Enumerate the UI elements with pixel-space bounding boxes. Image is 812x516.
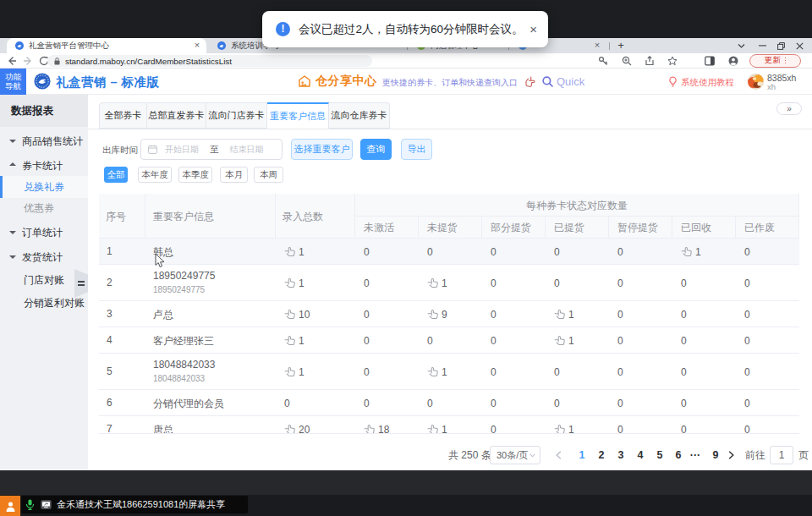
cell-total[interactable]: 10	[276, 301, 355, 327]
cell-total[interactable]: 1	[276, 354, 355, 389]
tab-close-icon[interactable]: ×	[192, 38, 202, 52]
tab-close-icon[interactable]: ×	[592, 38, 602, 52]
page-number-4[interactable]: 4	[632, 446, 649, 464]
sidebar-item-5[interactable]: 订单统计	[0, 222, 88, 244]
window-minimize-button[interactable]	[754, 38, 771, 53]
next-page-button[interactable]	[724, 446, 738, 464]
cell-seq: 3	[99, 301, 145, 327]
cell-status-4[interactable]: 1	[546, 301, 609, 327]
quick-label[interactable]: Quick	[557, 75, 584, 88]
tab-search-icon[interactable]	[732, 38, 749, 53]
table-row-3[interactable]: 3卢总100901000	[99, 301, 799, 327]
page-number-6[interactable]: 6	[670, 446, 687, 464]
tree-arrow-down-icon[interactable]	[9, 140, 16, 143]
cell-status-1[interactable]: 18	[355, 416, 419, 434]
tutorial-link[interactable]: 系统使用教程	[681, 77, 734, 89]
date-range-picker[interactable]: 开始日期 至 结束日期	[140, 139, 283, 160]
page-number-2[interactable]: 2	[593, 446, 610, 464]
browser-tab-1[interactable]: 礼盒营销平台管理中心×	[7, 38, 206, 53]
search-button[interactable]: 查询	[360, 139, 392, 160]
sidebar-item-2[interactable]: 券卡统计	[0, 155, 88, 177]
back-icon[interactable]	[7, 56, 17, 66]
browser-update-chip[interactable]: 更新	[749, 54, 801, 68]
page-size-select[interactable]: 30条/页	[490, 446, 540, 464]
cell-status-7: 0	[736, 239, 799, 264]
toast-close-icon[interactable]: ×	[529, 23, 537, 36]
quick-range-button-2[interactable]: 本年度	[138, 167, 172, 183]
cell-status-2[interactable]: 1	[419, 416, 482, 434]
cell-status-2[interactable]: 9	[419, 301, 482, 327]
content-tab-2[interactable]: 总部直发券卡	[147, 102, 206, 129]
cell-status-4[interactable]: 1	[546, 416, 609, 434]
cell-total[interactable]: 1	[276, 327, 355, 353]
start-date-placeholder[interactable]: 开始日期	[165, 144, 199, 156]
cell-status-4[interactable]: 1	[546, 327, 609, 353]
cell-status-2[interactable]: 1	[419, 354, 482, 389]
user-name[interactable]: 8385xh	[767, 73, 796, 83]
select-customer-button[interactable]: 选择重要客户	[291, 139, 353, 160]
share-icon[interactable]	[645, 56, 655, 66]
cell-status-7: 0	[736, 301, 799, 327]
cell-total[interactable]: 1	[276, 265, 355, 300]
collapse-pill-button[interactable]: »	[776, 102, 802, 115]
table-row-5[interactable]: 5180488420331804884203310100000	[99, 354, 799, 390]
sidebar-item-4[interactable]: 优惠券	[0, 197, 88, 219]
page-number-5[interactable]: 5	[651, 446, 668, 464]
tree-arrow-down-icon[interactable]	[9, 231, 16, 234]
sidebar-item-6[interactable]: 发货统计	[0, 246, 88, 268]
quick-range-button-3[interactable]: 本季度	[178, 167, 212, 183]
cell-status-2: 0	[419, 239, 482, 264]
cell-status-7: 0	[736, 354, 799, 389]
content-tab-5[interactable]: 流向仓库券卡	[329, 102, 390, 129]
export-button[interactable]: 导出	[401, 139, 432, 160]
tree-arrow-up-icon[interactable]	[9, 162, 16, 166]
table-row-6[interactable]: 6分销代理的会员00000000	[99, 390, 799, 416]
sidebar-item-3[interactable]: 兑换礼券	[0, 176, 88, 198]
share-center-link[interactable]: 仓分享中心	[298, 74, 377, 89]
cell-status-2[interactable]: 1	[419, 265, 482, 300]
user-avatar[interactable]	[748, 74, 764, 90]
window-close-button[interactable]	[791, 38, 808, 53]
prev-page-button[interactable]	[551, 446, 565, 464]
quick-entry-text[interactable]: 更快捷的券卡、订单和快递查询入口	[382, 77, 518, 89]
bookmark-star-icon[interactable]	[667, 56, 678, 66]
zoom-icon[interactable]	[622, 56, 632, 66]
end-date-placeholder[interactable]: 结束日期	[230, 144, 264, 156]
new-tab-button[interactable]: +	[614, 38, 628, 53]
quick-search-icon[interactable]	[542, 76, 553, 87]
cell-status-6[interactable]: 1	[672, 239, 736, 264]
cell-status-3: 0	[482, 301, 546, 327]
address-bar[interactable]: standard.maboy.cn/CardMemberStatisticsLi…	[47, 55, 372, 67]
cell-total[interactable]: 20	[276, 416, 355, 434]
nav-toggle-button[interactable]: 功能 导航	[0, 69, 26, 95]
content-tab-4[interactable]: 重要客户信息	[267, 102, 329, 129]
quick-range-button-4[interactable]: 本月	[220, 167, 248, 183]
cell-total[interactable]: 1	[276, 239, 355, 264]
content-tab-3[interactable]: 流向门店券卡	[206, 102, 267, 129]
pager-ellipsis[interactable]: ···	[687, 446, 704, 464]
side-panel-icon[interactable]	[705, 56, 715, 66]
browser-menu-icon[interactable]	[785, 58, 787, 64]
page-number-1[interactable]: 1	[573, 446, 590, 464]
goto-page-input[interactable]: 1	[770, 446, 793, 464]
sidebar-item-1[interactable]: 商品销售统计	[0, 130, 88, 152]
tree-arrow-down-icon[interactable]	[9, 255, 16, 259]
update-label: 更新	[765, 55, 781, 66]
password-key-icon[interactable]	[598, 56, 608, 66]
quick-range-button-1[interactable]: 全部	[104, 167, 128, 183]
table-row-7[interactable]: 7唐总2018101000	[99, 416, 799, 434]
window-restore-button[interactable]	[772, 38, 789, 53]
page-number-3[interactable]: 3	[612, 446, 629, 464]
forward-icon[interactable]	[23, 56, 33, 66]
profile-icon[interactable]	[728, 56, 738, 66]
table-row-2[interactable]: 2189502497751895024977510100000	[99, 265, 799, 301]
page-number-9[interactable]: 9	[707, 446, 724, 464]
table-row-4[interactable]: 4客户经理张三10001000	[99, 327, 799, 354]
meeting-app-icon[interactable]	[0, 496, 20, 516]
quick-range-button-5[interactable]: 本周	[254, 167, 283, 183]
table-row-1[interactable]: 1韩总10000010	[99, 239, 799, 265]
content-tab-1[interactable]: 全部券卡	[99, 102, 147, 129]
screen-share-banner[interactable]: 金禾通技术王斌18662591081的屏幕共享	[21, 496, 248, 513]
chevron-down-icon	[529, 453, 535, 458]
cell-status-5: 0	[609, 239, 672, 264]
